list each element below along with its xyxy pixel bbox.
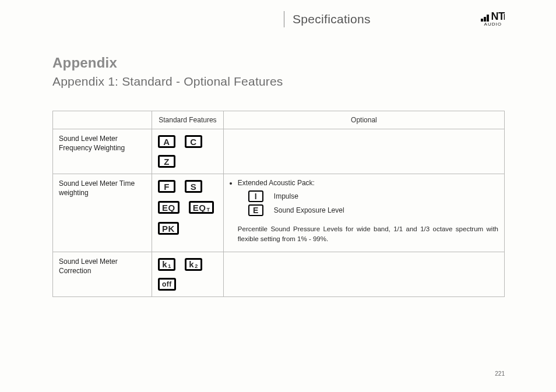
time-eqt-icon: EQT <box>189 201 214 214</box>
logo-text: NTi <box>491 12 505 22</box>
page-header: Specifications NTi AUDIO <box>0 0 556 28</box>
logo-bar-icon <box>481 19 483 22</box>
table-header-empty <box>53 111 152 129</box>
exposure-e-icon: E <box>248 204 263 216</box>
corr-off-icon: off <box>158 278 176 291</box>
table-row: Sound Level Meter Correction k1 k2 off <box>53 252 505 296</box>
page-subheading: Appendix 1: Standard - Optional Features <box>52 75 505 89</box>
row-standard-cell: A C Z <box>152 129 224 174</box>
header-title: Specifications <box>293 12 481 26</box>
time-f-icon: F <box>158 180 175 193</box>
logo-subtext: AUDIO <box>484 22 502 27</box>
optional-item-label: Sound Exposure Level <box>274 206 344 214</box>
row-standard-cell: k1 k2 off <box>152 252 224 296</box>
weighting-z-icon: Z <box>158 155 175 168</box>
brand-logo: NTi AUDIO <box>481 12 505 27</box>
page-number: 221 <box>495 370 505 377</box>
corr-k2-icon: k2 <box>185 258 202 271</box>
features-table: Standard Features Optional Sound Level M… <box>52 111 505 297</box>
row-standard-cell: F S EQ EQT PK <box>152 174 224 252</box>
page-content: Appendix Appendix 1: Standard - Optional… <box>0 28 556 297</box>
optional-pack-title: Extended Acoustic Pack: <box>238 179 498 187</box>
time-s-icon: S <box>185 180 202 193</box>
row-label: Sound Level Meter Frequency Weighting <box>53 129 152 174</box>
optional-paragraph: Percentile Sound Pressure Levels for wid… <box>238 224 498 245</box>
logo-bar-icon <box>487 15 489 22</box>
time-pk-icon: PK <box>158 222 179 235</box>
page-heading: Appendix <box>52 55 505 71</box>
row-optional-cell <box>223 129 504 174</box>
time-eq-icon: EQ <box>158 201 180 214</box>
row-label: Sound Level Meter Time weighting <box>53 174 152 252</box>
optional-item-label: Impulse <box>274 192 298 200</box>
row-optional-cell: Extended Acoustic Pack: I Impulse E Soun… <box>223 174 504 252</box>
table-row: Sound Level Meter Time weighting F S EQ … <box>53 174 505 252</box>
row-label: Sound Level Meter Correction <box>53 252 152 296</box>
table-header-standard: Standard Features <box>152 111 224 129</box>
table-header-optional: Optional <box>223 111 504 129</box>
logo-bar-icon <box>484 17 486 22</box>
table-row: Sound Level Meter Frequency Weighting A … <box>53 129 505 174</box>
impulse-i-icon: I <box>248 190 263 202</box>
row-optional-cell <box>223 252 504 296</box>
weighting-c-icon: C <box>185 135 202 148</box>
weighting-a-icon: A <box>158 135 175 148</box>
header-divider <box>0 11 284 27</box>
corr-k1-icon: k1 <box>158 258 175 271</box>
